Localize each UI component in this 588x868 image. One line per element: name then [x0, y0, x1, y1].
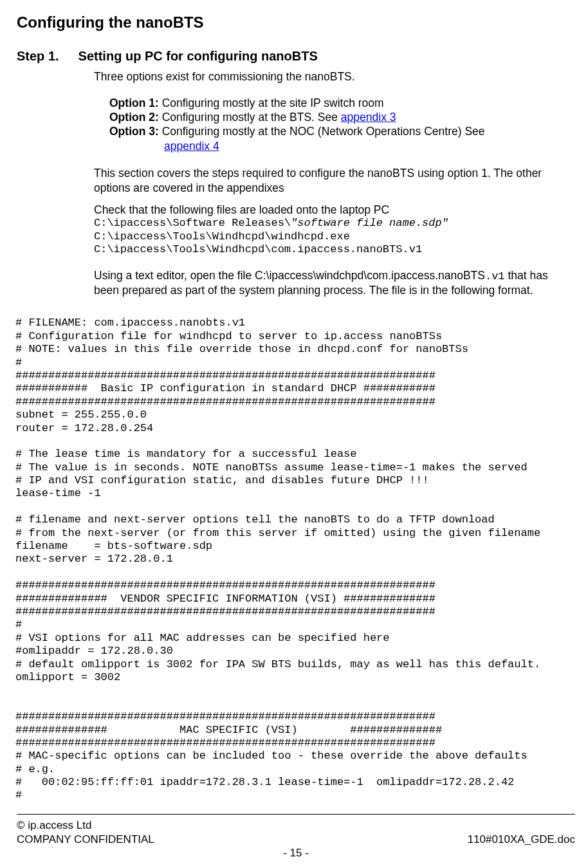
option-3-label: Option 3:	[109, 125, 159, 138]
footer-copyright: © ip.access Ltd	[17, 818, 575, 833]
option-2-text: Configuring mostly at the BTS. See	[159, 111, 341, 124]
option-2-label: Option 2:	[109, 111, 159, 124]
option-3-continuation: appendix 4	[94, 139, 575, 153]
option-1-label: Option 1:	[109, 97, 159, 109]
check-files-paragraph: Check that the following files are loade…	[94, 203, 575, 217]
file-path-2: C:\ipaccess\Tools\Windhcpd\windhcpd.exe	[94, 230, 575, 243]
footer-confidential: COMPANY CONFIDENTIAL	[17, 833, 154, 847]
section-scope-paragraph: This section covers the steps required t…	[94, 166, 575, 195]
option-1-text: Configuring mostly at the site IP switch…	[159, 97, 384, 109]
file-path-3: C:\ipaccess\Tools\Windhcpd\com.ipaccess.…	[94, 243, 575, 256]
editor-instructions-mono: .v1	[485, 270, 505, 282]
footer-page-number: - 15 -	[17, 846, 575, 860]
step-number: Step 1.	[17, 48, 59, 65]
footer-doc-id: 110#010XA_GDE.doc	[468, 833, 575, 847]
config-file-content: # FILENAME: com.ipaccess.nanobts.v1 # Co…	[15, 317, 575, 802]
editor-instructions-paragraph: Using a text editor, open the file C:\ip…	[94, 268, 575, 298]
file-path-1-variable: "software file name.sdp"	[291, 217, 448, 229]
option-2: Option 2: Configuring mostly at the BTS.…	[94, 110, 575, 124]
footer-divider	[17, 814, 575, 815]
file-path-1: C:\ipaccess\Software Releases\"software …	[94, 217, 575, 230]
editor-instructions-prefix: Using a text editor, open the file C:\ip…	[94, 269, 485, 282]
step-title: Setting up PC for configuring nanoBTS	[78, 48, 318, 65]
appendix-4-link[interactable]: appendix 4	[164, 140, 219, 152]
appendix-3-link[interactable]: appendix 3	[341, 111, 396, 124]
option-3: Option 3: Configuring mostly at the NOC …	[94, 124, 575, 138]
option-3-text: Configuring mostly at the NOC (Network O…	[159, 125, 485, 138]
intro-paragraph: Three options exist for commissioning th…	[94, 69, 575, 84]
page-title: Configuring the nanoBTS	[17, 13, 575, 33]
option-1: Option 1: Configuring mostly at the site…	[94, 96, 575, 110]
